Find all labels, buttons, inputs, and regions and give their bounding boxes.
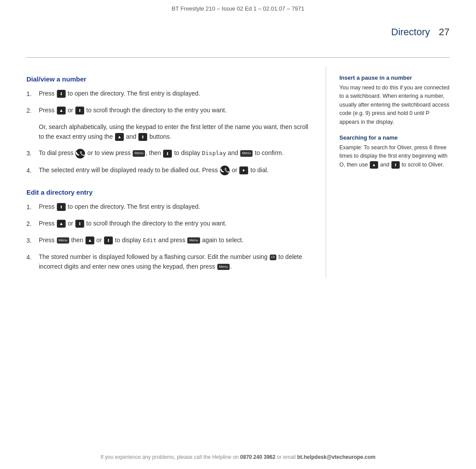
svg-rect-42	[395, 164, 396, 165]
menu-btn-e4: Menu	[217, 264, 230, 270]
dir-btn-e3	[104, 236, 113, 244]
edit-list: 1. Press to open the directory. The firs…	[26, 202, 312, 271]
dir-btn-sidebar	[391, 161, 400, 169]
sidebar-text-1: You may need to do this if you are conne…	[339, 84, 450, 126]
top-right-area: Directory 27	[391, 26, 450, 38]
section2-title: Edit a directory entry	[26, 188, 312, 196]
left-column: Dial/view a number 1. Press to open	[26, 66, 326, 278]
edit-list-item: 4. The stored number is displayed follow…	[26, 252, 312, 271]
section1-title: Dial/view a number	[26, 75, 312, 83]
directory-label: Directory	[391, 26, 430, 38]
up-btn-e3	[86, 236, 94, 244]
phone-button	[75, 149, 85, 159]
menu-button-3: Menu	[133, 150, 145, 156]
list-item: 4. The selected entry will be displayed …	[26, 166, 312, 175]
sidebar-title-2: Searching for a name	[339, 134, 450, 141]
footer: If you experience any problems, please c…	[0, 454, 476, 460]
dir-btn-inline	[138, 133, 147, 141]
menu-btn-e3: Menu	[57, 237, 69, 244]
list-item: 2. Press or	[26, 106, 312, 115]
svg-rect-8	[79, 110, 80, 111]
divider	[26, 57, 450, 58]
svg-rect-18	[167, 153, 168, 154]
footer-text-mid: or email	[275, 454, 297, 460]
sidebar-text-2: Example: To search for Oliver, press 6 t…	[339, 144, 450, 169]
menu-button-3b: Menu	[240, 150, 253, 156]
svg-rect-24	[61, 207, 62, 207]
page-header: BT Freestyle 210 – Issue 02 Ed 1 – 02.01…	[0, 0, 476, 15]
edit-list-item: 3. Press Menu then or	[26, 236, 312, 245]
play-button-4	[239, 166, 248, 174]
dial-view-list-continued: 3. To dial press or to view press Menu, …	[26, 148, 312, 175]
edit-list-item: 2. Press or	[26, 219, 312, 229]
up-btn-sidebar	[370, 161, 378, 169]
svg-rect-30	[79, 223, 80, 224]
menu-btn-e3b: Menu	[187, 237, 200, 244]
phone-button-4	[220, 166, 230, 175]
dial-view-list: 1. Press to open the directory. The firs…	[26, 89, 312, 115]
footer-email: bt.helpdesk@vtecheurope.com	[297, 454, 376, 460]
extra-para: Or, search alphabetically, using the key…	[39, 122, 312, 141]
dir-btn-3	[163, 150, 172, 158]
right-column: Insert a pause in a number You may need …	[326, 66, 450, 278]
dir-button-icon2	[75, 107, 84, 114]
up-btn-inline	[115, 133, 124, 141]
dir-btn-e2	[75, 220, 84, 228]
dir-btn-e1	[57, 203, 66, 211]
svg-rect-2	[61, 93, 62, 94]
edit-list-item: 1. Press to open the directory. The firs…	[26, 202, 312, 212]
svg-rect-14	[142, 137, 143, 137]
main-content: Dial/view a number 1. Press to open	[0, 66, 476, 278]
list-item: 1. Press to open the directory. The firs…	[26, 89, 312, 99]
up-button-icon	[57, 107, 66, 114]
header-title: BT Freestyle 210 – Issue 02 Ed 1 – 02.01…	[171, 5, 304, 12]
page-number: 27	[439, 26, 450, 38]
sidebar-title-1: Insert a pause in a number	[339, 74, 450, 81]
up-btn-e2	[57, 220, 66, 228]
svg-rect-36	[108, 240, 109, 241]
list-item: 3. To dial press or to view press Menu, …	[26, 148, 312, 158]
clr-button-e4: Clr	[270, 255, 276, 260]
footer-text-before: If you experience any problems, please c…	[100, 454, 240, 460]
dir-button-icon	[57, 90, 66, 98]
footer-phone: 0870 240 3962	[240, 454, 275, 460]
